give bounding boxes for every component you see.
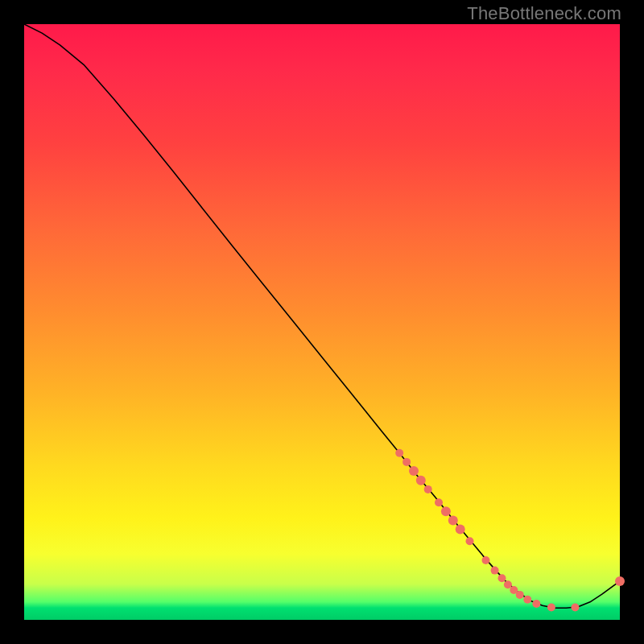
curve-marker xyxy=(448,515,458,525)
curve-marker xyxy=(424,485,432,493)
curve-marker xyxy=(572,604,580,612)
curve-marker xyxy=(532,600,540,608)
curve-marker xyxy=(504,580,512,588)
curve-marker xyxy=(466,537,474,545)
chart-svg xyxy=(24,24,620,620)
curve-line xyxy=(24,24,620,608)
curve-marker xyxy=(402,458,411,466)
curve-marker xyxy=(456,525,465,535)
curve-markers xyxy=(395,449,625,612)
curve-marker xyxy=(523,596,531,604)
curve-marker xyxy=(435,498,443,506)
curve-marker xyxy=(615,576,625,586)
curve-marker xyxy=(441,506,451,516)
curve-marker xyxy=(491,567,499,575)
curve-marker xyxy=(498,574,506,582)
curve-marker xyxy=(395,449,403,457)
curve-marker xyxy=(547,604,555,612)
plot-area xyxy=(24,24,620,620)
curve-marker xyxy=(516,591,524,599)
chart-stage: TheBottleneck.com xyxy=(0,0,644,644)
watermark-text: TheBottleneck.com xyxy=(467,3,621,24)
curve-marker xyxy=(409,466,419,476)
curve-marker xyxy=(416,476,426,485)
curve-marker xyxy=(482,556,490,564)
